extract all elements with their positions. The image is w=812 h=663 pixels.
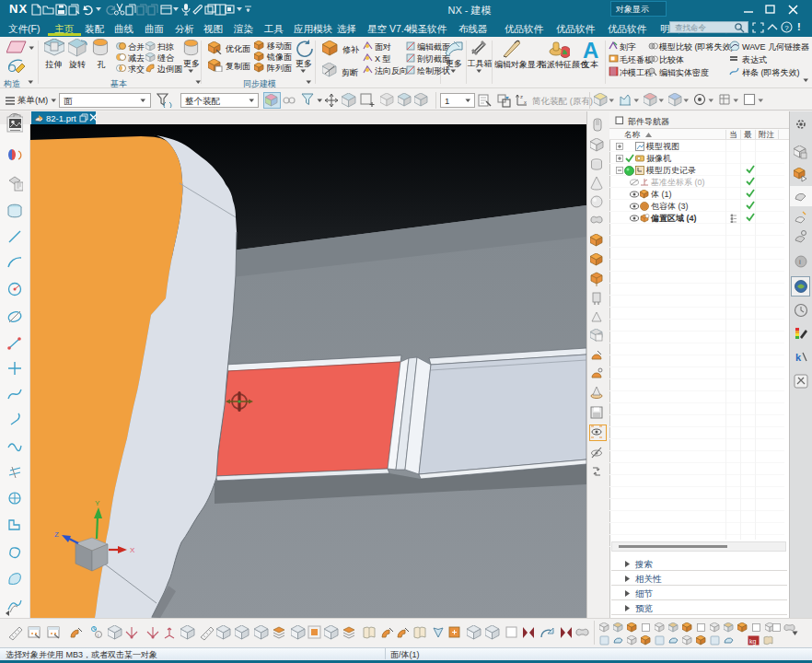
svg-text:i: i	[98, 633, 99, 638]
svg-text:k: k	[795, 352, 802, 363]
svg-text:X: X	[130, 546, 135, 554]
svg-text:Y: Y	[95, 499, 100, 507]
svg-text:x: x	[524, 99, 527, 105]
svg-text:Z: Z	[54, 530, 59, 539]
svg-text:i: i	[799, 258, 801, 266]
svg-text:kg: kg	[749, 638, 757, 646]
svg-text:z: z	[520, 94, 523, 99]
svg-text:?: ?	[784, 24, 789, 32]
